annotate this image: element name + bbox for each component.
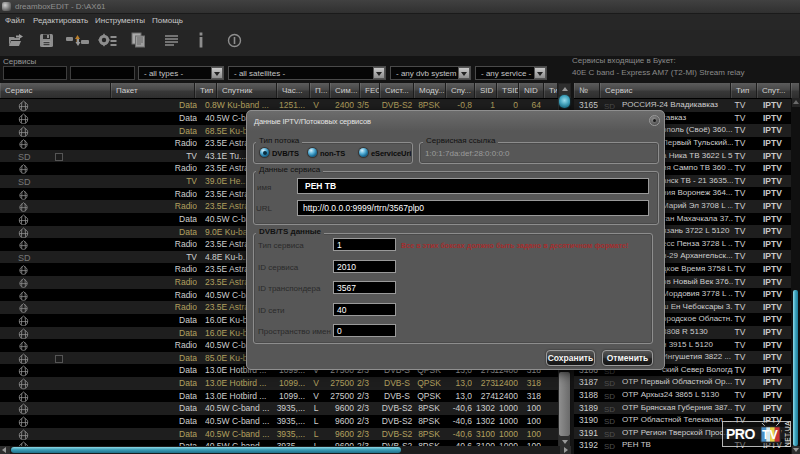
- svg-text:SD: SD: [604, 442, 615, 450]
- svg-text:SD: SD: [604, 430, 615, 438]
- svg-text:SD: SD: [604, 392, 615, 400]
- svg-text:SD: SD: [604, 417, 615, 425]
- svg-text:TV: TV: [762, 428, 779, 442]
- svg-text:SD: SD: [604, 102, 615, 110]
- svg-text:SD: SD: [18, 152, 31, 162]
- svg-text:SD: SD: [18, 253, 31, 263]
- svg-text:SD: SD: [604, 379, 615, 387]
- svg-text:SD: SD: [18, 177, 31, 187]
- svg-text:SD: SD: [604, 405, 615, 413]
